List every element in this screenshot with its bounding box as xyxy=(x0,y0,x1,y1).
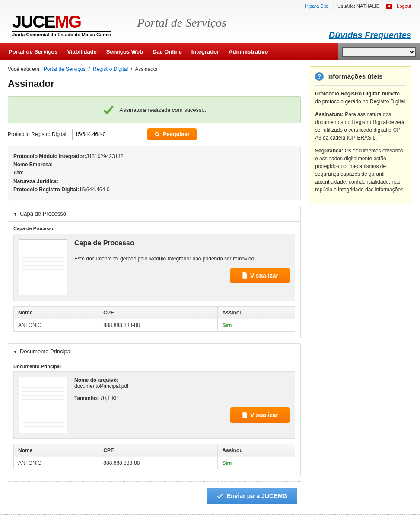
nav-administrativo[interactable]: Administrativo xyxy=(229,48,268,55)
th-cpf: CPF xyxy=(99,306,218,319)
capa-doc-thumb xyxy=(19,239,67,295)
td-assinou: Sim xyxy=(218,319,295,331)
info-l2-label: Nome Empresa: xyxy=(13,162,53,168)
logo-text-juce: JUCE xyxy=(12,12,55,31)
user-name: NATHALIE xyxy=(356,3,379,9)
logo-subtitle: Junta Comercial do Estado de Minas Gerai… xyxy=(12,31,111,37)
sb-p3-t: Os documentos enviados e assinados digit… xyxy=(315,148,404,193)
question-icon: ? xyxy=(315,72,324,81)
info-l4-label: Natureza Jurídica: xyxy=(13,178,58,184)
topbar: Ir para Site | Usuário: NATHALIE ✕Logout xyxy=(0,0,420,10)
table-row: ANTONIO 888.888.888-88 Sim xyxy=(14,457,295,469)
th-assinou: Assinou xyxy=(218,444,295,457)
doc-size-label: Tamanho: xyxy=(74,395,99,401)
search-button[interactable]: Pesquisar xyxy=(147,128,197,140)
logo: JUCEMG Junta Comercial do Estado de Mina… xyxy=(12,12,111,38)
sb-p1-b: Protocolo Registro Digital: xyxy=(315,91,381,97)
td-cpf: 888.888.888-88 xyxy=(99,457,218,469)
breadcrumb: Você está em: Portal de Serviços / Regis… xyxy=(8,66,301,72)
nav-dae-online[interactable]: Dae Online xyxy=(153,48,182,55)
td-nome: ANTONIO xyxy=(14,319,99,331)
doc-legend: Documento Principal xyxy=(13,364,295,369)
td-nome: ANTONIO xyxy=(14,457,99,469)
doc-thumb xyxy=(19,377,67,433)
breadcrumb-current: Assinador xyxy=(135,66,158,72)
sidebar-title-text: Informações úteis xyxy=(327,72,382,82)
doc-view-button[interactable]: Visualizar xyxy=(230,407,290,423)
doc-sign-table: Nome CPF Assinou ANTONIO 888.888.888-88 … xyxy=(13,444,295,469)
svg-line-1 xyxy=(158,135,159,136)
section-capa-head[interactable]: Capa de Processo xyxy=(8,206,301,222)
page-title: Assinador xyxy=(8,78,301,89)
capa-sign-table: Nome CPF Assinou ANTONIO 888.888.888-88 … xyxy=(13,306,295,332)
success-message: Assinatura realizada com sucesso. xyxy=(8,96,301,123)
table-row: ANTONIO 888.888.888-88 Sim xyxy=(14,319,295,331)
th-cpf: CPF xyxy=(99,444,218,457)
portal-title: Portal de Serviços xyxy=(137,16,226,30)
td-cpf: 888.888.888-88 xyxy=(99,319,218,331)
sb-p3-b: Segurança: xyxy=(315,148,343,154)
nav-portal[interactable]: Portal de Serviços xyxy=(9,48,57,55)
info-l1-val: J131029423112 xyxy=(86,153,124,159)
submit-label: Enviar para JUCEMG xyxy=(227,492,287,499)
info-panel: Protocolo Módulo Integrador:J13102942311… xyxy=(8,146,301,200)
doc-fname-label: Nome do arquivo: xyxy=(74,377,118,383)
user-label: Usuário: xyxy=(337,3,355,9)
nav-select-wrap xyxy=(338,43,420,60)
check-icon xyxy=(102,104,115,116)
capa-doc-title: Capa de Processo xyxy=(74,239,290,247)
sidebar-info: ? Informações úteis Protocolo Registro D… xyxy=(309,66,412,204)
doc-view-label: Visualizar xyxy=(250,412,278,419)
faq-link[interactable]: Dúvidas Frequentes xyxy=(329,30,411,40)
section-doc-body: Documento Principal Nome do arquivo:docu… xyxy=(8,359,301,476)
th-assinou: Assinou xyxy=(218,306,295,319)
search-row: Protocolo Registro Digital: Pesquisar xyxy=(8,128,301,140)
protocol-input[interactable] xyxy=(72,129,143,140)
svg-point-0 xyxy=(155,132,158,135)
nav-servicos-web[interactable]: Serviços Web xyxy=(106,48,143,55)
nav-select[interactable] xyxy=(342,47,416,57)
separator: | xyxy=(332,3,334,9)
section-doc-head[interactable]: Documento Principal xyxy=(8,343,301,359)
doc-size-val: 70,1 KB xyxy=(100,395,119,401)
breadcrumb-registro[interactable]: Registro Digital xyxy=(93,66,128,72)
td-assinou: Sim xyxy=(218,457,295,469)
submit-row: Enviar para JUCEMG xyxy=(8,481,301,506)
table-header-row: Nome CPF Assinou xyxy=(14,444,295,457)
footer: JUCEMG Rua Sergipe, 64 - Centro - Belo H… xyxy=(0,514,420,520)
nav-integrador[interactable]: Integrador xyxy=(191,48,219,55)
sidebar-title: ? Informações úteis xyxy=(315,72,406,86)
table-header-row: Nome CPF Assinou xyxy=(14,306,295,319)
doc-fname-val: documentoPrincipal.pdf xyxy=(74,383,128,389)
search-button-label: Pesquisar xyxy=(163,131,190,137)
search-icon xyxy=(154,131,160,137)
capa-doc-card: Capa de Processo Este documento foi gera… xyxy=(13,234,295,301)
navbar: Portal de Serviços Viabilidade Serviços … xyxy=(0,43,420,60)
info-l1-label: Protocolo Módulo Integrador: xyxy=(13,153,86,159)
logout-icon: ✕ xyxy=(386,4,392,9)
submit-button[interactable]: Enviar para JUCEMG xyxy=(207,488,297,504)
header: JUCEMG Junta Comercial do Estado de Mina… xyxy=(0,10,420,43)
capa-legend: Capa de Processo xyxy=(13,226,295,231)
info-l5-label: Protocolo Registro Digital: xyxy=(13,187,79,193)
capa-view-label: Visualizar xyxy=(250,272,278,279)
nav-viabilidade[interactable]: Viabilidade xyxy=(67,48,96,55)
capa-view-button[interactable]: Visualizar xyxy=(230,268,290,283)
document-icon xyxy=(242,412,248,419)
breadcrumb-portal[interactable]: Portal de Serviços xyxy=(44,66,86,72)
doc-card: Nome do arquivo:documentoPrincipal.pdf T… xyxy=(13,371,295,439)
go-to-site-link[interactable]: Ir para Site xyxy=(305,3,328,9)
breadcrumb-prefix: Você está em: xyxy=(8,66,41,72)
capa-doc-desc: Este documento foi gerado pelo Módulo In… xyxy=(74,256,290,262)
th-nome: Nome xyxy=(14,306,99,319)
info-l5-val: 15/644.464-0 xyxy=(79,187,110,193)
th-nome: Nome xyxy=(14,444,99,457)
section-capa-body: Capa de Processo Capa de Processo Este d… xyxy=(8,222,301,338)
info-l3-label: Ato: xyxy=(13,170,24,176)
logout-link[interactable]: Logout xyxy=(397,3,411,9)
success-text: Assinatura realizada com sucesso. xyxy=(120,107,207,113)
check-icon xyxy=(216,492,223,499)
search-label: Protocolo Registro Digital: xyxy=(8,131,68,137)
logo-text-mg: MG xyxy=(55,12,81,31)
document-icon xyxy=(242,272,248,279)
